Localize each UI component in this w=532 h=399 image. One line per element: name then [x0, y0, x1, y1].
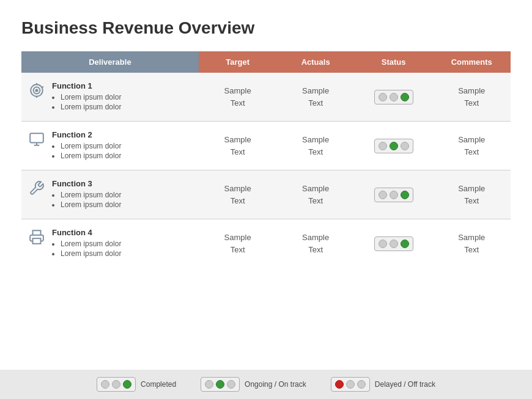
comments-text: SampleText: [458, 233, 485, 254]
deliverable-cell: Function 4 Lorem ipsum dolorLorem ipsum …: [21, 219, 199, 268]
comments-cell: SampleText: [432, 219, 511, 268]
target-cell: SampleText: [199, 170, 277, 219]
target-text: SampleText: [224, 184, 251, 205]
target-cell: SampleText: [199, 122, 277, 170]
func-list: Lorem ipsum dolorLorem ipsum dolor: [52, 240, 121, 259]
func-list: Lorem ipsum dolorLorem ipsum dolor: [52, 142, 121, 161]
light-grey: [379, 240, 387, 248]
status-lights: [374, 188, 413, 202]
actuals-text: SampleText: [302, 86, 329, 108]
status-lights: [374, 236, 413, 251]
deliverable-inner: Function 3 Lorem ipsum dolorLorem ipsum …: [29, 179, 191, 210]
monitor-icon: [29, 131, 46, 148]
light-grey: [101, 380, 109, 389]
printer-icon: [29, 229, 46, 246]
deliverable-inner: Function 1 Lorem ipsum dolorLorem ipsum …: [29, 81, 191, 112]
actuals-cell: SampleText: [276, 219, 355, 268]
tools-icon: [29, 180, 46, 197]
actuals-text: SampleText: [302, 184, 329, 205]
deliverable-inner: Function 4 Lorem ipsum dolorLorem ipsum …: [29, 228, 191, 259]
svg-point-2: [35, 89, 37, 91]
light-grey: [346, 380, 355, 389]
target-icon: [29, 82, 46, 100]
function-title: Function 4: [52, 228, 121, 237]
func-list: Lorem ipsum dolorLorem ipsum dolor: [52, 191, 121, 210]
light-red: [335, 380, 344, 389]
target-text: SampleText: [224, 233, 251, 254]
comments-cell: SampleText: [432, 73, 511, 122]
light-grey: [390, 93, 398, 101]
legend-ongoing-lights: [201, 377, 240, 392]
status-cell: [355, 122, 433, 170]
page-title: Business Revenue Overview: [21, 18, 511, 38]
light-grey: [227, 380, 235, 389]
target-text: SampleText: [224, 135, 251, 156]
status-cell: [355, 73, 433, 122]
list-item: Lorem ipsum dolor: [61, 200, 121, 209]
table-row: Function 1 Lorem ipsum dolorLorem ipsum …: [21, 73, 511, 122]
legend-delayed-label: Delayed / Off track: [375, 380, 435, 389]
list-item: Lorem ipsum dolor: [61, 142, 121, 150]
light-grey: [379, 191, 387, 199]
page: Business Revenue Overview Deliverable Ta…: [0, 0, 532, 399]
header-status: Status: [355, 51, 433, 73]
light-grey: [390, 191, 398, 199]
light-grey: [390, 240, 398, 248]
table-row: Function 2 Lorem ipsum dolorLorem ipsum …: [21, 122, 511, 170]
list-item: Lorem ipsum dolor: [61, 103, 121, 111]
light-grey: [205, 380, 213, 389]
legend-delayed-lights: [331, 377, 370, 392]
header-deliverable: Deliverable: [21, 51, 199, 73]
comments-text: SampleText: [458, 135, 485, 156]
list-item: Lorem ipsum dolor: [61, 249, 121, 258]
header-comments: Comments: [432, 51, 511, 73]
legend-completed-lights: [97, 377, 136, 392]
actuals-cell: SampleText: [276, 73, 355, 122]
list-item: Lorem ipsum dolor: [61, 240, 121, 248]
deliverable-inner: Function 2 Lorem ipsum dolorLorem ipsum …: [29, 130, 191, 161]
function-title: Function 3: [52, 179, 121, 188]
status-cell: [355, 219, 433, 268]
actuals-cell: SampleText: [276, 122, 355, 170]
light-grey: [379, 142, 387, 150]
actuals-text: SampleText: [302, 233, 329, 254]
legend-ongoing: Ongoing / On track: [201, 377, 306, 392]
comments-text: SampleText: [458, 184, 485, 205]
target-text: SampleText: [224, 86, 251, 108]
header-target: Target: [199, 51, 277, 73]
table-wrapper: Deliverable Target Actuals Status Commen…: [21, 51, 511, 370]
list-item: Lorem ipsum dolor: [61, 93, 121, 101]
function-title: Function 1: [52, 81, 121, 90]
deliverable-cell: Function 1 Lorem ipsum dolorLorem ipsum …: [21, 73, 199, 122]
legend-ongoing-label: Ongoing / On track: [245, 380, 306, 389]
light-grey: [357, 380, 366, 389]
svg-rect-8: [33, 238, 41, 244]
status-cell: [355, 170, 433, 219]
comments-cell: SampleText: [432, 170, 511, 219]
func-content: Function 2 Lorem ipsum dolorLorem ipsum …: [52, 130, 121, 161]
func-list: Lorem ipsum dolorLorem ipsum dolor: [52, 93, 121, 112]
light-green: [401, 191, 409, 199]
light-grey: [379, 93, 387, 101]
legend-completed-label: Completed: [141, 380, 176, 389]
light-green: [123, 380, 131, 389]
light-green: [216, 380, 224, 389]
revenue-table: Deliverable Target Actuals Status Commen…: [21, 51, 511, 268]
light-grey: [401, 142, 409, 150]
comments-text: SampleText: [458, 86, 485, 108]
table-row: Function 4 Lorem ipsum dolorLorem ipsum …: [21, 219, 511, 268]
svg-rect-5: [30, 133, 43, 142]
light-grey: [112, 380, 120, 389]
light-green: [390, 142, 398, 150]
actuals-cell: SampleText: [276, 170, 355, 219]
table-row: Function 3 Lorem ipsum dolorLorem ipsum …: [21, 170, 511, 219]
func-content: Function 1 Lorem ipsum dolorLorem ipsum …: [52, 81, 121, 112]
func-content: Function 3 Lorem ipsum dolorLorem ipsum …: [52, 179, 121, 210]
legend: Completed Ongoing / On track Delayed / O…: [0, 370, 532, 399]
status-lights: [374, 90, 413, 104]
light-green: [401, 240, 409, 248]
deliverable-cell: Function 2 Lorem ipsum dolorLorem ipsum …: [21, 122, 199, 170]
list-item: Lorem ipsum dolor: [61, 191, 121, 199]
legend-delayed: Delayed / Off track: [331, 377, 435, 392]
actuals-text: SampleText: [302, 135, 329, 156]
